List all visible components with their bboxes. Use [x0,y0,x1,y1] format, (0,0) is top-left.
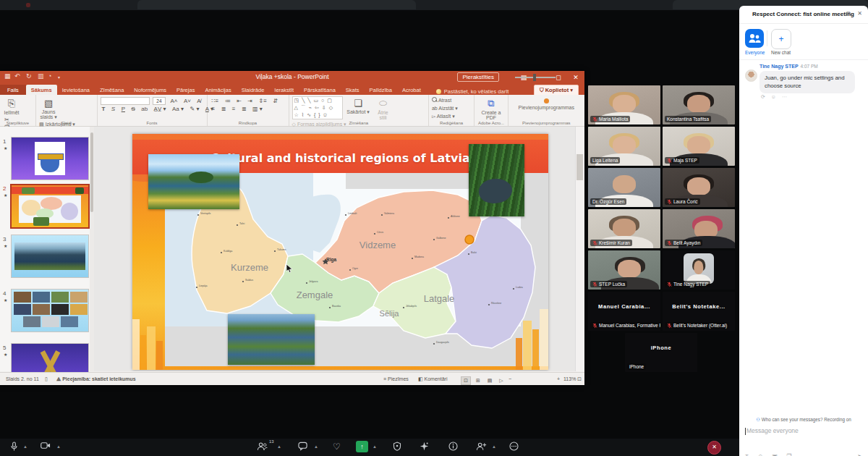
arrange-icon[interactable]: ❏ [354,98,362,109]
everyone-tab-label[interactable]: Everyone [745,50,765,55]
slide-thumbnail-5[interactable] [11,343,89,372]
microphone-button[interactable] [10,442,18,452]
quick-styles-icon[interactable]: ⬭ [379,98,387,109]
align-left-icon[interactable]: ≡ [212,105,216,113]
strikethrough-button[interactable]: S [131,105,135,113]
screenshot-icon[interactable]: ▣ [773,453,778,456]
reading-view-icon[interactable]: ▤ [485,377,495,384]
attach-file-icon[interactable]: ❐ [786,453,791,456]
fit-slide-icon[interactable]: ⊡ [577,376,582,382]
zoom-out-icon[interactable]: − [509,376,511,381]
comments-button[interactable]: ◧ Komentāri [418,376,447,382]
sign-in-button[interactable]: Pierakstīties [457,72,499,82]
language-icon[interactable]: ▯ [45,376,48,382]
zoom-level[interactable]: 113% [563,376,576,381]
info-button[interactable] [448,442,458,451]
create-pdf-label[interactable]: Create a PDF [477,110,504,120]
chat-caret-icon[interactable]: ▲ [314,444,318,449]
mic-options-caret-icon[interactable]: ▲ [23,444,27,449]
slide-thumbnail-4[interactable] [11,289,89,332]
close-button[interactable]: ✕ [567,71,584,84]
slide-thumbnail-2-selected[interactable] [10,184,90,229]
security-button[interactable] [393,442,401,451]
paste-button[interactable]: ⎘ [8,98,15,109]
participant-tile-no-video[interactable]: Belit's Notetake... Belit's Notetaker (O… [663,292,735,331]
participant-tile[interactable]: Konstantina Tsafitsa [663,85,735,124]
chat-message-bubble[interactable]: Juan, go under mic settings and choose s… [760,71,855,93]
tab-skats[interactable]: Skats [341,85,365,95]
align-center-icon[interactable]: ≣ [221,105,226,113]
tab-fails[interactable]: Fails [0,85,26,95]
new-chat-label[interactable]: New chat [771,50,791,55]
change-case-icon[interactable]: Aa ▾ [172,105,184,113]
find-button[interactable]: Atrast [432,96,471,104]
chat-close-icon[interactable]: ✕ [857,10,862,17]
pop-out-icon[interactable]: ⧉ [846,10,851,17]
quick-styles-label[interactable]: Ātrie stili [374,110,393,120]
justify-icon[interactable]: ≣ [242,105,247,113]
chat-input[interactable]: Message everyone [745,427,862,435]
reactions-button[interactable]: ♡ [333,442,341,452]
ai-companion-button[interactable] [420,442,429,451]
more-button[interactable] [509,442,519,451]
participants-button[interactable] [257,442,268,451]
chat-button[interactable] [298,442,308,451]
format-icon[interactable]: T [745,453,749,456]
addin-dot-icon[interactable] [544,98,549,104]
shadow-button[interactable]: ab [141,105,148,113]
tab-zimesana[interactable]: Zīmēšana [95,85,129,95]
replace-button[interactable]: ab Aizstāt ▾ [432,104,471,112]
tab-ierakstit[interactable]: Ierakstīt [269,85,299,95]
arrange-label[interactable]: Sakārtot ▾ [346,109,370,115]
tab-parskatisana[interactable]: Pārskatīšana [299,85,341,95]
zoom-slider-knob[interactable] [533,74,536,81]
participant-tile[interactable]: Laura Čorić [663,168,735,207]
new-slide-icon[interactable]: ▧ [44,98,53,109]
normal-view-icon[interactable]: ⊡ [461,376,471,385]
participant-tile[interactable]: STEP Lučka [588,250,660,290]
underline-button[interactable]: P [122,105,125,113]
paste-label[interactable]: Ielīmēt [3,110,20,115]
tab-parejas[interactable]: Pārejas [171,85,200,95]
create-pdf-icon[interactable]: ⧉ [488,98,494,109]
tab-animacijas[interactable]: Animācijas [200,85,236,95]
participant-tile[interactable]: Tine Nagy STEP [663,250,735,290]
zoom-in-icon[interactable]: + [557,376,560,381]
record-button[interactable] [476,442,487,451]
bold-button[interactable]: T [102,105,106,113]
tab-palidziba[interactable]: Palīdzība [365,85,397,95]
shapes-gallery[interactable]: ◳ ╲ ╲ ▭ ○ ▢ △ ⌒ ⌁ ⇦ ⇩ ◇ ☆ ⌇ ∿ { } ✩ [292,96,343,119]
tab-noformejums[interactable]: Noformējums [129,85,171,95]
text-direction-icon[interactable]: ⇵ [273,97,278,105]
columns-icon[interactable]: ▥ ▾ [252,105,263,113]
tab-ievietosana[interactable]: Ievietošana [57,85,95,95]
slide[interactable]: Cultural and historical regions of Latvi… [132,134,548,370]
message-reaction-icons[interactable]: ⟳ ☺ ⋯ [761,94,789,100]
char-spacing-icon[interactable]: A̲V̲ ▾ [154,105,166,113]
share-screen-button[interactable]: ↑ [356,441,368,452]
participant-tile-no-video[interactable]: Manuel Carabia... Manuel Carabias, Forma… [588,292,660,331]
notes-button[interactable]: ≡ Piezīmes [383,376,409,381]
participant-tile[interactable]: Dr. Özgür Esen [588,168,660,207]
canvas-scroll-thumb[interactable] [576,154,583,180]
browser-tab[interactable] [137,0,416,9]
leave-meeting-button[interactable]: ✕ [707,441,721,455]
slide-thumbnail-3[interactable] [11,235,89,278]
new-slide-label[interactable]: Jauns slaids ▾ [39,109,58,120]
camera-button[interactable] [41,442,51,449]
addins-label[interactable]: Pievienojumprogrammas [511,105,582,110]
chat-more-icon[interactable]: ⋯ [833,10,839,17]
select-button[interactable]: ▻ Atlasīt ▾ [432,112,471,120]
message-sender[interactable]: Tine Nagy STEP [760,64,799,69]
participant-tile[interactable]: Maria Malliota [588,85,660,124]
tab-sakums[interactable]: Sākums [26,85,57,95]
participant-tile-no-video[interactable]: iPhone iPhone [625,333,697,372]
camera-options-caret-icon[interactable]: ▲ [56,444,61,449]
send-icon[interactable]: ➤ [857,453,862,456]
record-caret-icon[interactable]: ▲ [492,444,496,449]
slide-thumbnail-1[interactable] [11,137,89,180]
slideshow-icon[interactable]: ▷ [497,377,505,384]
participant-tile[interactable]: Maja STEP [663,127,735,166]
sorter-view-icon[interactable]: ⊞ [474,377,482,384]
share-caret-icon[interactable]: ▲ [373,444,377,449]
